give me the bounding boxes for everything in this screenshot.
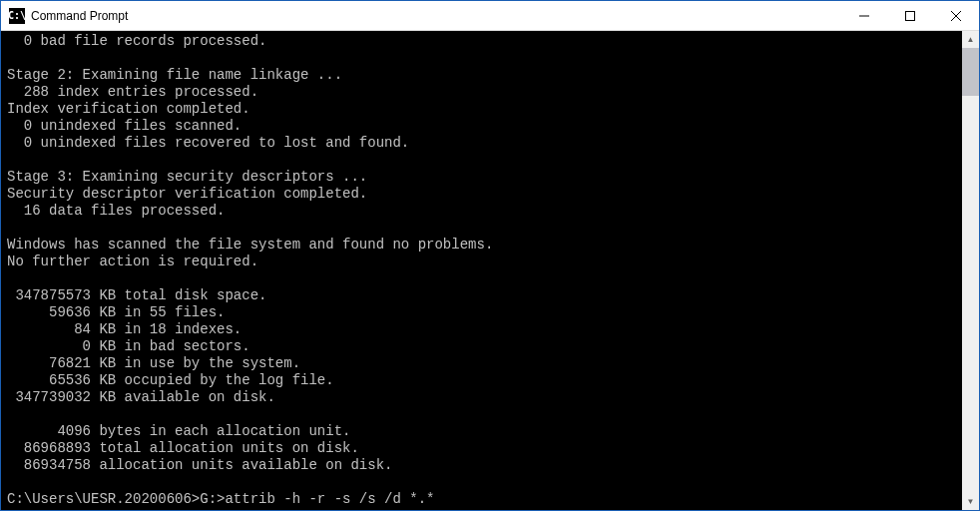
- client-area: 0 bad file records processed. Stage 2: E…: [1, 31, 979, 510]
- maximize-icon: [905, 11, 915, 21]
- chevron-up-icon: ▲: [967, 35, 975, 44]
- terminal-line: 16 data files processed.: [7, 203, 962, 220]
- terminal-line: 59636 KB in 55 files.: [7, 304, 962, 321]
- titlebar[interactable]: C:\ Command Prompt: [1, 1, 979, 31]
- terminal-line: [7, 474, 962, 491]
- scroll-up-button[interactable]: ▲: [962, 31, 979, 48]
- scroll-track[interactable]: [962, 48, 979, 493]
- terminal-line: 0 bad file records processed.: [7, 33, 962, 50]
- terminal-output[interactable]: 0 bad file records processed. Stage 2: E…: [1, 31, 962, 510]
- terminal-line: 65536 KB occupied by the log file.: [7, 372, 962, 389]
- terminal-line: 76821 KB in use by the system.: [7, 355, 962, 372]
- terminal-line: 4096 bytes in each allocation unit.: [7, 423, 962, 440]
- close-icon: [951, 11, 961, 21]
- terminal-line: Index verification completed.: [7, 101, 962, 118]
- close-button[interactable]: [933, 1, 979, 30]
- maximize-button[interactable]: [887, 1, 933, 30]
- terminal-line: Stage 3: Examining security descriptors …: [7, 169, 962, 186]
- terminal-line: Stage 2: Examining file name linkage ...: [7, 67, 962, 84]
- terminal-line: 0 KB in bad sectors.: [7, 338, 962, 355]
- terminal-line: 0 unindexed files scanned.: [7, 118, 962, 135]
- terminal-line: [7, 406, 962, 423]
- vertical-scrollbar[interactable]: ▲ ▼: [962, 31, 979, 510]
- terminal-line: [7, 220, 962, 237]
- app-icon: C:\: [9, 8, 25, 24]
- scroll-down-button[interactable]: ▼: [962, 493, 979, 510]
- terminal-line: [7, 50, 962, 67]
- terminal-line: 347875573 KB total disk space.: [7, 287, 962, 304]
- terminal-line: [7, 152, 962, 169]
- scroll-thumb[interactable]: [962, 48, 979, 96]
- terminal-line: [7, 508, 962, 510]
- terminal-line: 84 KB in 18 indexes.: [7, 321, 962, 338]
- terminal-line: 86968893 total allocation units on disk.: [7, 440, 962, 457]
- window-title: Command Prompt: [31, 9, 841, 23]
- terminal-line: 288 index entries processed.: [7, 84, 962, 101]
- command-prompt-window: C:\ Command Prompt 0 bad file records pr…: [0, 0, 980, 511]
- terminal-line: 86934758 allocation units available on d…: [7, 457, 962, 474]
- svg-rect-1: [906, 11, 915, 20]
- terminal-line: C:\Users\UESR.20200606>G:>attrib -h -r -…: [7, 491, 962, 508]
- terminal-line: Windows has scanned the file system and …: [7, 237, 962, 254]
- window-controls: [841, 1, 979, 30]
- minimize-icon: [859, 11, 869, 21]
- minimize-button[interactable]: [841, 1, 887, 30]
- terminal-line: 0 unindexed files recovered to lost and …: [7, 135, 962, 152]
- chevron-down-icon: ▼: [967, 497, 975, 506]
- terminal-line: Security descriptor verification complet…: [7, 186, 962, 203]
- terminal-line: No further action is required.: [7, 254, 962, 270]
- terminal-line: [7, 270, 962, 287]
- terminal-line: 347739032 KB available on disk.: [7, 389, 962, 406]
